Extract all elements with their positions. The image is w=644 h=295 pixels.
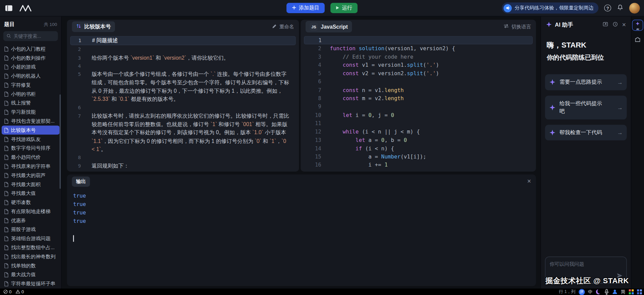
ai-icon bbox=[635, 20, 640, 28]
sidebar-item-problem[interactable]: 寻找游戏队友 bbox=[2, 135, 60, 144]
description-line[interactable]: 4 bbox=[70, 62, 296, 70]
sidebar-item-problem[interactable]: 字符串最短循环子串 bbox=[2, 279, 60, 288]
sidebar-item-problem[interactable]: 找出最长的神奇数列 bbox=[2, 252, 60, 261]
code-line[interactable]: 12 while (i < n || j < m) { bbox=[304, 128, 533, 136]
sidebar-item-problem[interactable]: 找单独的数 bbox=[2, 261, 60, 270]
problem-item-label: 寻找最大的葫芦 bbox=[11, 172, 46, 179]
description-line[interactable]: 2 bbox=[70, 45, 296, 54]
code-line[interactable]: 4 const v1 = version1.split('.') bbox=[304, 61, 533, 69]
app-logo-icon[interactable] bbox=[19, 4, 32, 12]
search-box[interactable] bbox=[3, 31, 58, 41]
sidebar-item-problem[interactable]: 摇骰子游戏 bbox=[2, 225, 60, 234]
simplified-chinese-icon[interactable]: 简 bbox=[620, 288, 626, 295]
expand-icon[interactable] bbox=[603, 21, 608, 29]
problem-title-tab[interactable]: 比较版本号 bbox=[72, 21, 115, 32]
close-output-button[interactable]: × bbox=[527, 178, 531, 184]
sidebar-item-problem[interactable]: 小包的入门教程 bbox=[2, 44, 60, 53]
sidebar-scrollbar[interactable] bbox=[60, 94, 61, 189]
add-problem-button[interactable]: 添加题目 bbox=[286, 3, 325, 13]
sidebar-item-problem[interactable]: 线上报警 bbox=[2, 98, 60, 108]
notifications-button[interactable] bbox=[617, 4, 623, 12]
ai-suggestion-card[interactable]: 帮我检查一下代码→ bbox=[545, 125, 627, 141]
description-line[interactable]: 5版本号由一个或多个修订号组成，各修订号由一个 `.` 连接。每个修订号由多位数… bbox=[70, 70, 296, 104]
code-text: // Edit your code here bbox=[321, 53, 413, 61]
code-line[interactable]: 8 const m = v2.length bbox=[304, 94, 533, 103]
code-line[interactable]: 1 bbox=[304, 36, 533, 45]
promo-banner[interactable]: 分享代码练习体验，领限量定制周边 bbox=[502, 2, 598, 13]
cursor-position-label[interactable]: 行 1，列 bbox=[559, 289, 576, 295]
problem-item-label: 数字字母问号排序 bbox=[11, 145, 51, 152]
sidebar-item-problem[interactable]: 寻找最大面积 bbox=[2, 180, 60, 189]
sidebar-item-problem[interactable]: 比较版本号 bbox=[2, 126, 60, 135]
sidebar-item-problem[interactable]: 英雄组合游戏问题 bbox=[2, 234, 60, 243]
description-line[interactable]: 7比较版本号时，请按从左到右的顺序依次比较它们的修订号。比较修订号时，只需比较忽… bbox=[70, 112, 296, 154]
description-line[interactable]: 6 bbox=[70, 104, 296, 112]
ai-suggestion-card[interactable]: 给我一些代码提示吧→ bbox=[545, 95, 627, 119]
sidebar-item-problem[interactable]: 最大战力值 bbox=[2, 270, 60, 279]
ime-pinyin-icon[interactable]: 拼 bbox=[579, 288, 585, 295]
code-line[interactable]: 5 const v2 = version2.split('.') bbox=[304, 69, 533, 78]
sidebar-item-problem[interactable]: 寻找原来的字符串 bbox=[2, 162, 60, 171]
help-button[interactable]: ? bbox=[604, 4, 611, 11]
sidebar-item-problem[interactable]: 寻找最大值 bbox=[2, 189, 60, 198]
output-tab[interactable]: 输出 bbox=[72, 176, 90, 186]
sidebar-item-problem[interactable]: 有点限制地走楼梯 bbox=[2, 207, 60, 216]
ai-suggestion-card[interactable]: 需要一点思路提示→ bbox=[545, 74, 627, 90]
night-mode-icon[interactable] bbox=[595, 288, 601, 295]
sidebar-item-problem[interactable]: 找出整型数组中占... bbox=[2, 243, 60, 252]
user-avatar[interactable] bbox=[629, 3, 640, 13]
sidebar-item-problem[interactable]: 寻找最大的葫芦 bbox=[2, 171, 60, 180]
code-line[interactable]: 15 a = Number(v1[i]); bbox=[304, 153, 533, 161]
sidebar-item-problem[interactable]: 字符修复 bbox=[2, 81, 60, 90]
description-line[interactable]: 9返回规则如下： bbox=[70, 162, 296, 170]
search-input[interactable] bbox=[13, 34, 55, 39]
suggestion-label: 给我一些代码提示吧 bbox=[559, 100, 605, 115]
description-line[interactable]: 3给你两个版本号 `version1` 和 `version2`，请你比较它们。 bbox=[70, 54, 296, 62]
run-button[interactable]: 运行 bbox=[330, 3, 357, 13]
description-text: 给你两个版本号 `version1` 和 `version2`，请你比较它们。 bbox=[85, 54, 296, 62]
close-ai-button[interactable]: × bbox=[622, 22, 626, 28]
code-text: i += 1 bbox=[321, 161, 388, 170]
code-line[interactable]: 2function solution(version1, version2) { bbox=[304, 45, 533, 53]
code-line[interactable]: 13 let a = 0, b = 0 bbox=[304, 136, 533, 145]
warnings-indicator[interactable]: 0 bbox=[16, 289, 24, 295]
code-editor[interactable]: 12function solution(version1, version2) … bbox=[301, 34, 536, 170]
code-line[interactable]: 7 const n = v1.length bbox=[304, 86, 533, 94]
app-grid-icon[interactable] bbox=[628, 288, 634, 295]
history-icon[interactable] bbox=[612, 21, 618, 29]
account-icon[interactable] bbox=[612, 288, 618, 295]
right-toolbar: AI bbox=[631, 17, 644, 289]
launcher-grid-icon[interactable] bbox=[637, 288, 642, 295]
language-tab[interactable]: JS JavaScript bbox=[306, 21, 352, 32]
code-line[interactable]: 11 bbox=[304, 119, 533, 128]
problem-item-label: 寻找包含斐波那契... bbox=[11, 118, 55, 125]
code-line[interactable]: 14 if (i < n) { bbox=[304, 144, 533, 153]
code-line[interactable]: 6 bbox=[304, 78, 533, 86]
ai-tab-button[interactable]: AI bbox=[632, 20, 643, 31]
code-line[interactable]: 16 i += 1 bbox=[304, 161, 533, 170]
sidebar-item-problem[interactable]: 小明的机器人 bbox=[2, 71, 60, 81]
switch-language-button[interactable]: 切换语言 bbox=[504, 23, 531, 30]
description-line[interactable]: 1# 问题描述 bbox=[70, 36, 296, 45]
sidebar-item-problem[interactable]: 优惠券 bbox=[2, 216, 60, 225]
code-line[interactable]: 3 // Edit your code here bbox=[304, 53, 533, 61]
rename-button[interactable]: 重命名 bbox=[272, 23, 294, 30]
mic-icon[interactable] bbox=[604, 288, 610, 295]
code-line[interactable]: 9 bbox=[304, 103, 533, 111]
sidebar-item-problem[interactable]: 数字字母问号排序 bbox=[2, 144, 60, 153]
code-line[interactable]: 10 let i = 0, j = 0 bbox=[304, 111, 533, 120]
extensions-button[interactable] bbox=[634, 36, 641, 45]
ime-lang-icon[interactable]: 中 bbox=[587, 288, 593, 295]
errors-indicator[interactable]: 0 bbox=[3, 289, 12, 295]
sidebar-item-problem[interactable]: 寻找包含斐波那契... bbox=[2, 117, 60, 126]
sidebar-item-problem[interactable]: 小超的游戏 bbox=[2, 62, 60, 71]
sidebar-item-problem[interactable]: 最小趋同代价 bbox=[2, 153, 60, 162]
description-editor[interactable]: 1# 问题描述23给你两个版本号 `version1` 和 `version2`… bbox=[67, 34, 299, 170]
sidebar-toggle-icon[interactable] bbox=[5, 5, 13, 11]
description-line[interactable]: 8 bbox=[70, 154, 296, 162]
sidebar-item-problem[interactable]: 小包的数列操作 bbox=[2, 53, 60, 62]
sidebar-item-problem[interactable]: 学习新技能 bbox=[2, 108, 60, 117]
sidebar-item-problem[interactable]: 小明的书柜 bbox=[2, 89, 60, 98]
sidebar-item-problem[interactable]: 硬币凑数 bbox=[2, 198, 60, 207]
output-area[interactable]: truetruetruetrue bbox=[67, 188, 536, 243]
